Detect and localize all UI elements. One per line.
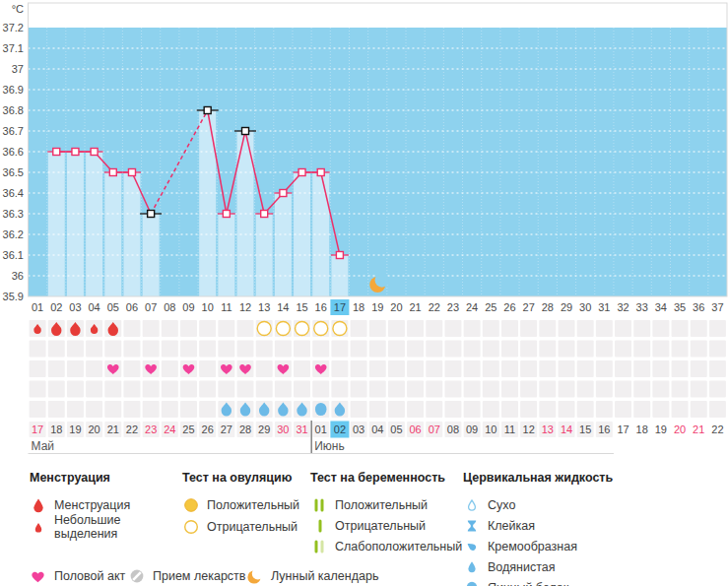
day-cell[interactable]	[407, 381, 424, 398]
day-cell[interactable]	[123, 401, 140, 418]
day-cell[interactable]	[426, 360, 442, 377]
day-cell[interactable]	[123, 341, 140, 358]
day-cell[interactable]	[652, 381, 669, 398]
cycle-day-label[interactable]: 32	[617, 301, 629, 313]
cycle-day-label[interactable]: 30	[579, 301, 591, 313]
day-cell[interactable]	[351, 360, 367, 377]
day-cell[interactable]	[652, 401, 669, 418]
date-label[interactable]: 30	[277, 423, 289, 435]
day-cell[interactable]	[199, 360, 216, 377]
day-cell[interactable]	[633, 341, 650, 358]
day-cell[interactable]	[237, 381, 254, 398]
day-cell[interactable]	[86, 341, 102, 358]
date-label[interactable]: 09	[466, 423, 478, 435]
day-cell[interactable]	[199, 401, 216, 418]
cycle-day-label[interactable]: 26	[503, 301, 515, 313]
day-cell[interactable]	[577, 320, 594, 337]
day-cell[interactable]	[199, 341, 216, 358]
day-cell[interactable]	[237, 341, 254, 358]
day-cell[interactable]	[312, 381, 329, 398]
day-cell[interactable]	[256, 341, 273, 358]
day-cell[interactable]	[143, 320, 160, 337]
day-cell[interactable]	[615, 381, 631, 398]
day-cell[interactable]	[539, 381, 556, 398]
day-cell[interactable]	[444, 320, 461, 337]
temp-point[interactable]	[280, 190, 287, 197]
date-label[interactable]: 07	[429, 423, 440, 435]
day-cell[interactable]	[331, 360, 348, 377]
day-cell[interactable]	[351, 320, 367, 337]
cycle-day-label[interactable]: 02	[50, 301, 62, 313]
day-cell[interactable]	[520, 360, 537, 377]
day-cell[interactable]	[501, 320, 518, 337]
day-cell[interactable]	[48, 341, 65, 358]
day-cell[interactable]	[652, 341, 669, 358]
day-cell[interactable]	[123, 381, 140, 398]
cycle-day-label[interactable]: 04	[88, 301, 99, 313]
day-cell[interactable]	[143, 381, 160, 398]
temp-point[interactable]	[72, 149, 79, 156]
day-cell[interactable]	[180, 341, 197, 358]
day-cell[interactable]	[464, 401, 481, 418]
day-cell[interactable]	[596, 381, 613, 398]
day-cell[interactable]	[672, 320, 689, 337]
day-cell[interactable]	[351, 381, 367, 398]
temp-point[interactable]	[261, 211, 268, 218]
cycle-day-label[interactable]: 07	[145, 301, 157, 313]
day-cell[interactable]	[407, 341, 424, 358]
day-cell[interactable]	[294, 360, 310, 377]
day-cell[interactable]	[30, 381, 46, 398]
day-cell[interactable]	[539, 341, 556, 358]
day-cell[interactable]	[104, 401, 121, 418]
day-cell[interactable]	[426, 381, 442, 398]
date-label[interactable]: 29	[258, 423, 270, 435]
day-cell[interactable]	[86, 360, 102, 377]
day-cell[interactable]	[256, 360, 273, 377]
day-cell[interactable]	[691, 401, 707, 418]
date-label[interactable]: 26	[202, 423, 214, 435]
day-cell[interactable]	[672, 360, 689, 377]
day-cell[interactable]	[559, 320, 575, 337]
day-cell[interactable]	[633, 381, 650, 398]
day-cell[interactable]	[426, 341, 442, 358]
date-label[interactable]: 14	[561, 423, 572, 435]
day-cell[interactable]	[67, 360, 84, 377]
date-label[interactable]: 24	[164, 423, 175, 435]
cycle-day-label[interactable]: 13	[258, 301, 270, 313]
day-cell[interactable]	[464, 320, 481, 337]
day-cell[interactable]	[351, 401, 367, 418]
date-label[interactable]: 17	[32, 423, 43, 435]
day-cell[interactable]	[444, 341, 461, 358]
day-cell[interactable]	[709, 381, 726, 398]
day-cell[interactable]	[67, 341, 84, 358]
day-cell[interactable]	[86, 381, 102, 398]
temp-point[interactable]	[298, 169, 305, 176]
day-cell[interactable]	[256, 381, 273, 398]
day-cell[interactable]	[30, 401, 46, 418]
cycle-day-label[interactable]: 12	[239, 301, 251, 313]
cycle-day-label[interactable]: 22	[429, 301, 440, 313]
date-label[interactable]: 21	[693, 423, 704, 435]
day-cell[interactable]	[615, 401, 631, 418]
day-cell[interactable]	[483, 381, 499, 398]
day-cell[interactable]	[615, 341, 631, 358]
temp-point[interactable]	[336, 252, 343, 259]
date-label[interactable]: 15	[579, 423, 591, 435]
day-cell[interactable]	[464, 381, 481, 398]
date-label[interactable]: 19	[69, 423, 81, 435]
day-cell[interactable]	[615, 320, 631, 337]
day-cell[interactable]	[369, 341, 386, 358]
day-cell[interactable]	[294, 341, 310, 358]
day-cell[interactable]	[48, 360, 65, 377]
date-label[interactable]: 16	[598, 423, 610, 435]
date-label[interactable]: 22	[126, 423, 138, 435]
day-cell[interactable]	[520, 401, 537, 418]
day-cell[interactable]	[199, 320, 216, 337]
day-cell[interactable]	[388, 320, 405, 337]
day-cell[interactable]	[596, 320, 613, 337]
day-cell[interactable]	[652, 320, 669, 337]
day-cell[interactable]	[691, 320, 707, 337]
day-cell[interactable]	[691, 381, 707, 398]
day-cell[interactable]	[388, 401, 405, 418]
day-cell[interactable]	[369, 320, 386, 337]
